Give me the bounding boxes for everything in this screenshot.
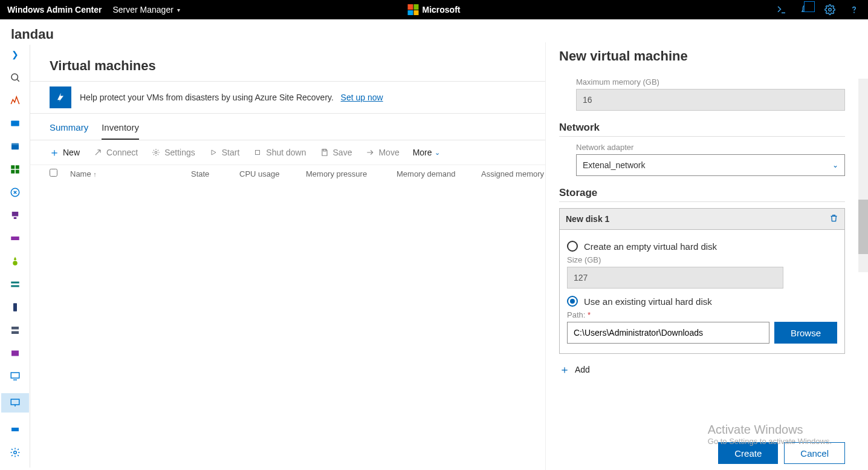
nav-devices-icon[interactable] bbox=[9, 209, 21, 221]
col-mempressure[interactable]: Memory pressure bbox=[306, 169, 397, 178]
start-button[interactable]: Start bbox=[209, 148, 240, 157]
svg-rect-6 bbox=[11, 165, 15, 169]
windows-watermark: Activate Windows Go to Settings to activ… bbox=[708, 423, 832, 446]
tab-inventory[interactable]: Inventory bbox=[102, 122, 139, 140]
path-input[interactable] bbox=[567, 322, 769, 344]
nav-storage-icon[interactable] bbox=[9, 278, 21, 290]
nav-monitor-icon[interactable] bbox=[9, 370, 21, 382]
svg-point-24 bbox=[13, 451, 16, 454]
context-dropdown-label: Server Manager bbox=[112, 5, 173, 15]
microsoft-label: Microsoft bbox=[423, 5, 461, 15]
network-adapter-value: Extenal_network bbox=[583, 160, 646, 170]
connect-button[interactable]: Connect bbox=[93, 148, 138, 157]
svg-rect-5 bbox=[11, 143, 19, 145]
shutdown-button[interactable]: Shut down bbox=[253, 148, 306, 157]
col-memdemand[interactable]: Memory demand bbox=[397, 169, 481, 178]
microsoft-logo: Microsoft bbox=[408, 4, 461, 15]
nav-console-icon[interactable] bbox=[9, 117, 21, 129]
col-cpu[interactable]: CPU usage bbox=[239, 169, 306, 178]
azure-icon bbox=[50, 86, 71, 108]
nav-overview-icon[interactable] bbox=[9, 94, 21, 106]
new-vm-panel: ▴ New virtual machine Maximum memory (GB… bbox=[545, 42, 860, 470]
chevron-down-icon: ⌄ bbox=[435, 149, 440, 157]
notifications-icon[interactable] bbox=[800, 4, 811, 15]
nav-gear-icon[interactable] bbox=[9, 446, 21, 459]
gear-icon bbox=[151, 148, 161, 157]
scrollbar-thumb[interactable] bbox=[858, 200, 868, 254]
svg-rect-21 bbox=[11, 373, 19, 378]
svg-rect-16 bbox=[11, 286, 19, 287]
app-brand[interactable]: Windows Admin Center bbox=[7, 5, 102, 15]
nav-updates-icon[interactable] bbox=[9, 255, 21, 267]
server-name: landau bbox=[0, 19, 868, 45]
add-disk-button[interactable]: ＋ Add bbox=[559, 362, 845, 377]
play-icon bbox=[209, 148, 218, 157]
svg-rect-18 bbox=[11, 327, 19, 330]
disk-body: Create an empty virtual hard disk Size (… bbox=[559, 230, 845, 354]
disk-title: New disk 1 bbox=[566, 214, 609, 224]
delete-disk-button[interactable] bbox=[829, 214, 838, 224]
nav-sql-icon[interactable] bbox=[9, 232, 21, 244]
svg-rect-13 bbox=[11, 237, 19, 240]
connect-icon bbox=[93, 148, 103, 157]
network-adapter-select[interactable]: Extenal_network ⌄ bbox=[576, 154, 845, 176]
svg-rect-22 bbox=[11, 399, 19, 405]
col-assigned[interactable]: Assigned memory bbox=[481, 169, 554, 178]
radio-use-existing[interactable]: Use an existing virtual hard disk bbox=[567, 296, 837, 307]
panel-title: New virtual machine bbox=[559, 48, 845, 64]
network-adapter-label: Network adapter bbox=[576, 143, 845, 152]
microsoft-tiles-icon bbox=[408, 4, 419, 15]
storage-section-title: Storage bbox=[559, 187, 845, 202]
move-button[interactable]: Move bbox=[365, 148, 399, 157]
plus-icon: ＋ bbox=[50, 148, 59, 157]
svg-point-14 bbox=[13, 261, 18, 266]
nav-health-icon[interactable] bbox=[9, 186, 21, 198]
svg-rect-9 bbox=[15, 170, 19, 174]
nav-expand-icon[interactable]: ❯ bbox=[9, 48, 21, 60]
nav-containers-icon[interactable] bbox=[9, 423, 21, 436]
help-icon[interactable] bbox=[849, 4, 860, 15]
left-nav: ❯ bbox=[0, 45, 30, 468]
nav-apps-icon[interactable] bbox=[9, 163, 21, 175]
powershell-icon[interactable] bbox=[776, 4, 787, 15]
save-button[interactable]: Save bbox=[320, 148, 352, 157]
select-all-checkbox[interactable] bbox=[50, 169, 57, 177]
svg-rect-23 bbox=[11, 428, 19, 431]
disk-header: New disk 1 bbox=[559, 208, 845, 230]
nav-firewall-icon[interactable] bbox=[9, 347, 21, 359]
context-dropdown[interactable]: Server Manager ▾ bbox=[112, 5, 180, 15]
network-section-title: Network bbox=[559, 122, 845, 137]
nav-vm-icon[interactable] bbox=[1, 393, 29, 413]
page-scrollbar[interactable] bbox=[858, 79, 868, 272]
svg-rect-3 bbox=[11, 121, 19, 126]
svg-rect-20 bbox=[11, 351, 19, 356]
banner-link[interactable]: Set up now bbox=[341, 93, 383, 102]
sort-asc-icon: ↑ bbox=[93, 171, 97, 178]
radio-create-empty[interactable]: Create an empty virtual hard disk bbox=[567, 241, 837, 252]
chevron-down-icon: ▾ bbox=[177, 7, 180, 13]
move-icon bbox=[365, 148, 375, 157]
more-button[interactable]: More ⌄ bbox=[413, 148, 440, 157]
nav-calendar-icon[interactable] bbox=[9, 140, 21, 152]
max-memory-label: Maximum memory (GB) bbox=[576, 77, 845, 86]
svg-rect-11 bbox=[11, 212, 18, 217]
nav-phone-icon[interactable] bbox=[9, 301, 21, 313]
settings-button[interactable]: Settings bbox=[151, 148, 195, 157]
col-name[interactable]: Name ↑ bbox=[70, 169, 191, 178]
svg-rect-27 bbox=[323, 149, 326, 151]
tab-summary[interactable]: Summary bbox=[50, 122, 88, 140]
banner-text: Help protect your VMs from disasters by … bbox=[80, 93, 334, 102]
max-memory-input bbox=[576, 89, 845, 111]
nav-search-icon[interactable] bbox=[9, 71, 21, 83]
new-button[interactable]: ＋New bbox=[50, 148, 80, 157]
settings-gear-icon[interactable] bbox=[824, 4, 835, 15]
col-state[interactable]: State bbox=[191, 169, 239, 178]
browse-button[interactable]: Browse bbox=[774, 322, 837, 344]
nav-server-icon[interactable] bbox=[9, 324, 21, 336]
radio-icon bbox=[567, 296, 578, 307]
save-icon bbox=[320, 148, 329, 157]
svg-rect-26 bbox=[256, 151, 260, 155]
svg-rect-12 bbox=[13, 217, 16, 219]
plus-icon: ＋ bbox=[559, 362, 570, 377]
svg-point-2 bbox=[11, 74, 18, 80]
